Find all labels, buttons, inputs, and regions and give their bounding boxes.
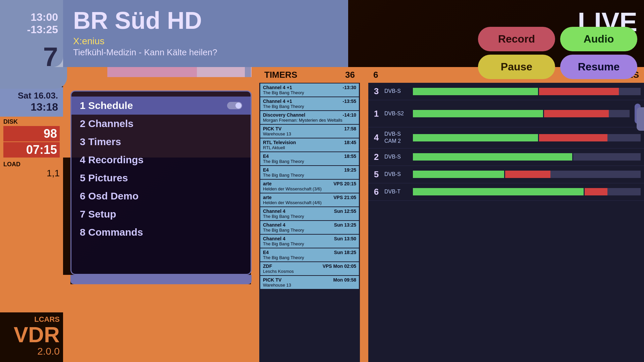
- menu-item-channels-label: 2 Channels: [80, 118, 133, 129]
- timer-item[interactable]: PICK TV Mon 09:58 Warehouse 13: [260, 276, 359, 289]
- timer-time: VPS Mon 02:05: [323, 263, 356, 269]
- buttons-area: Record Audio Pause Resume: [478, 27, 637, 79]
- bar-green: [413, 110, 543, 117]
- devices-scrollbar[interactable]: [637, 107, 644, 131]
- timer-channel: E4: [263, 154, 269, 159]
- channel-num-bottom: 7: [0, 47, 63, 67]
- timer-item[interactable]: Channel 4 Sun 12:55 The Big Bang Theory: [260, 207, 359, 220]
- device-num: 6: [372, 187, 381, 197]
- device-num: 5: [372, 169, 381, 180]
- timer-time: Mon 09:58: [333, 277, 356, 283]
- timer-item[interactable]: E4 Sun 18:25 The Big Bang Theory: [260, 248, 359, 261]
- lcars-section: LCARS VDR 2.0.0: [0, 312, 63, 362]
- timer-channel: PICK TV: [263, 277, 281, 283]
- progress-fill: [107, 67, 197, 77]
- pause-button[interactable]: Pause: [478, 55, 555, 79]
- device-bars: [413, 153, 641, 161]
- progress-end-cap: [245, 67, 251, 77]
- menu-item-channels[interactable]: 2 Channels: [71, 115, 251, 133]
- bar-red: [585, 188, 607, 195]
- device-row: 6 DVB-T: [368, 183, 644, 201]
- menu-item-recordings[interactable]: 4 Recordings: [71, 151, 251, 169]
- audio-button[interactable]: Audio: [560, 27, 637, 51]
- menu-item-schedule[interactable]: 1 Schedule: [71, 97, 251, 115]
- timer-program: The Big Bang Theory: [263, 90, 356, 95]
- timer-channel: Discovery Channel: [263, 112, 305, 118]
- timer-time: Sun 13:25: [334, 222, 356, 228]
- device-bars: [413, 88, 641, 95]
- left-sidebar: Sat 16.03. 13:18 DISK 98 07:15 LOAD 1,1 …: [0, 87, 63, 362]
- timer-channel: Channel 4 +1: [263, 85, 292, 90]
- record-button[interactable]: Record: [478, 27, 555, 51]
- timer-item[interactable]: Channel 4 Sun 13:50 The Big Bang Theory: [260, 235, 359, 248]
- orange-bottom-fill: [70, 284, 252, 362]
- timers-header: TIMERS 36: [259, 67, 360, 83]
- menu-item-recordings-label: 4 Recordings: [80, 154, 144, 165]
- timer-program: The Big Bang Theory: [263, 214, 356, 219]
- device-bar-1: [413, 171, 641, 178]
- device-bars: [413, 134, 641, 141]
- time-box: 13:00 -13:25: [0, 0, 63, 47]
- device-bars: [413, 188, 641, 195]
- menu-item-timers[interactable]: 3 Timers: [71, 133, 251, 151]
- menu-item-pictures[interactable]: 5 Pictures: [71, 169, 251, 187]
- device-bars: [413, 171, 641, 178]
- timer-item[interactable]: Channel 4 Sun 13:25 The Big Bang Theory: [260, 221, 359, 234]
- bar-red: [505, 171, 551, 178]
- timer-program: The Big Bang Theory: [263, 173, 356, 178]
- bar-green: [413, 188, 584, 195]
- timer-time: 18:55: [344, 154, 356, 159]
- timer-item[interactable]: arte VPS 20:15 Helden der Wissenschaft (…: [260, 180, 359, 193]
- timer-item[interactable]: ZDF VPS Mon 02:05 Leschs Kosmos: [260, 262, 359, 275]
- timer-item[interactable]: PICK TV 17:58 Warehouse 13: [260, 125, 359, 138]
- menu-overlay: 1 Schedule 2 Channels 3 Timers 4 Recordi…: [70, 90, 252, 275]
- device-type: DVB-S2: [384, 110, 410, 117]
- device-num: 1: [372, 109, 381, 119]
- timer-time: VPS 21:05: [333, 195, 356, 200]
- timer-channel: arte: [263, 181, 272, 186]
- schedule-toggle[interactable]: [227, 102, 242, 109]
- timer-item[interactable]: Discovery Channel -14:10 Morgan Freeman:…: [260, 111, 359, 124]
- timer-item[interactable]: arte VPS 21:05 Helden der Wissenschaft (…: [260, 193, 359, 206]
- disk-time: 07:15: [3, 142, 60, 158]
- timer-time: -14:10: [343, 112, 356, 118]
- menu-item-osd-demo[interactable]: 6 Osd Demo: [71, 187, 251, 205]
- bar-green: [413, 171, 504, 178]
- timer-item[interactable]: RTL Television 18:45 RTL Aktuell: [260, 138, 359, 152]
- device-type: DVB-S CAM 2: [384, 131, 410, 145]
- resume-button[interactable]: Resume: [560, 55, 637, 79]
- device-bar-1: [413, 110, 630, 117]
- menu-item-commands[interactable]: 8 Commands: [71, 223, 251, 241]
- timers-left-connector: [251, 67, 259, 362]
- timer-item[interactable]: E4 19:25 The Big Bang Theory: [260, 166, 359, 179]
- timer-program: Warehouse 13: [263, 283, 356, 288]
- menu-item-setup[interactable]: 7 Setup: [71, 205, 251, 223]
- device-row: 3 DVB-S: [368, 83, 644, 100]
- timer-time: Sun 12:55: [334, 208, 356, 214]
- timer-time: 17:58: [344, 126, 356, 131]
- devices-list: 3 DVB-S 1 DVB-S2: [368, 83, 644, 201]
- timer-program: Helden der Wissenschaft (4/6): [263, 200, 356, 205]
- progress-bar-bottom: [107, 77, 252, 87]
- menu-item-timers-label: 3 Timers: [80, 136, 121, 147]
- timer-item[interactable]: E4 18:55 The Big Bang Theory: [260, 152, 359, 165]
- timer-channel: RTL Television: [263, 140, 296, 145]
- timer-program: The Big Bang Theory: [263, 241, 356, 246]
- timer-channel: Channel 4: [263, 208, 285, 214]
- date-line2: 13:18: [5, 101, 58, 113]
- orange-connector-left: [63, 275, 70, 362]
- menu-item-osd-demo-label: 6 Osd Demo: [80, 190, 139, 201]
- device-bars: [413, 110, 630, 117]
- device-type: DVB-S: [384, 171, 410, 178]
- disk-value: 98: [3, 126, 60, 141]
- device-bar-1: [413, 188, 641, 195]
- timer-time: Sun 13:50: [334, 236, 356, 241]
- timer-time: 19:25: [344, 167, 356, 173]
- timer-item[interactable]: Channel 4 +1 -13:55 The Big Bang Theory: [260, 97, 359, 110]
- timer-program: RTL Aktuell: [263, 145, 356, 150]
- device-bar-1: [413, 88, 641, 95]
- menu-item-pictures-label: 5 Pictures: [80, 172, 128, 183]
- sidebar-spacer: [0, 180, 63, 312]
- timer-item[interactable]: Channel 4 +1 -13:30 The Big Bang Theory: [260, 83, 359, 97]
- program-name: X:enius: [73, 36, 338, 47]
